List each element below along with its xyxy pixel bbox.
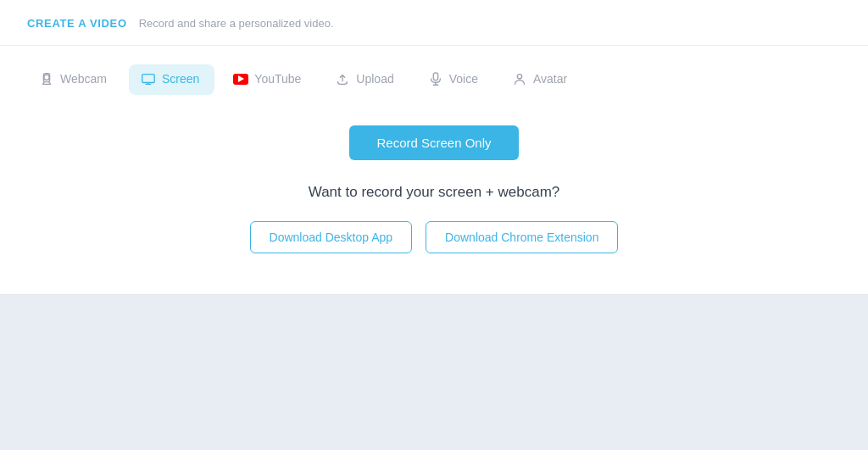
download-desktop-button[interactable]: Download Desktop App [250, 221, 413, 253]
tab-youtube[interactable]: YouTube [221, 64, 316, 95]
background-area [0, 295, 868, 450]
download-chrome-button[interactable]: Download Chrome Extension [426, 221, 618, 253]
tab-bar: Webcam Screen YouTube [0, 46, 868, 95]
content-area: Record Screen Only Want to record your s… [0, 95, 868, 294]
youtube-icon [233, 71, 248, 86]
svg-point-6 [517, 75, 521, 79]
tab-screen[interactable]: Screen [129, 64, 214, 95]
voice-icon [428, 71, 443, 86]
upload-icon [335, 71, 350, 86]
tab-screen-label: Screen [162, 72, 199, 86]
tab-voice[interactable]: Voice [416, 64, 493, 95]
record-screen-button[interactable]: Record Screen Only [349, 125, 518, 160]
page-subtitle: Record and share a personalized video. [139, 17, 334, 30]
tab-webcam-label: Webcam [60, 72, 107, 86]
screen-icon [141, 71, 156, 86]
svg-point-0 [44, 75, 49, 80]
tab-voice-label: Voice [449, 72, 478, 86]
tab-avatar[interactable]: Avatar [500, 64, 582, 95]
page-header: CREATE A VIDEO Record and share a person… [0, 0, 868, 46]
webcam-prompt-text: Want to record your screen + webcam? [309, 184, 560, 201]
tab-upload[interactable]: Upload [323, 64, 409, 95]
webcam-icon [39, 71, 54, 86]
download-buttons-group: Download Desktop App Download Chrome Ext… [250, 221, 619, 253]
tab-youtube-label: YouTube [254, 72, 301, 86]
tab-upload-label: Upload [356, 72, 393, 86]
page-title: CREATE A VIDEO [27, 17, 127, 30]
avatar-icon [512, 71, 527, 86]
tab-avatar-label: Avatar [533, 72, 567, 86]
tab-webcam[interactable]: Webcam [27, 64, 122, 95]
svg-rect-3 [433, 73, 437, 81]
svg-rect-2 [142, 75, 154, 83]
